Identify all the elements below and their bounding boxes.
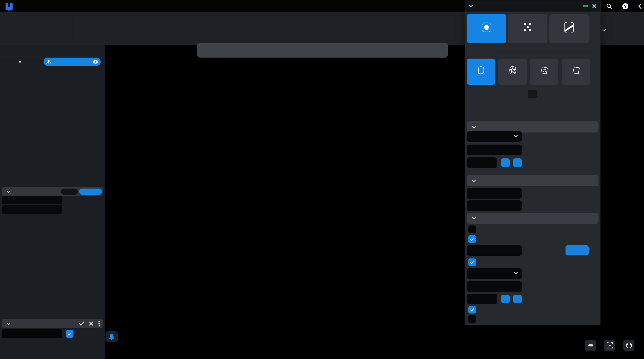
fill-all-icon <box>521 21 534 34</box>
mesh-object-icon <box>46 59 52 64</box>
cube-view-button[interactable] <box>623 340 634 351</box>
clip-plane-icon <box>587 342 594 349</box>
make-bridge-icon <box>563 21 575 34</box>
mouse-accuracy-field[interactable] <box>467 145 522 155</box>
subdivision-increase-button[interactable] <box>513 295 522 303</box>
chevron-down-icon[interactable] <box>469 5 473 7</box>
advanced-section-header[interactable] <box>467 213 598 224</box>
ruler-tick-0 <box>106 348 109 348</box>
cube-view-icon <box>626 342 632 349</box>
ruler-tick-50 <box>205 348 209 348</box>
fill-type-natural[interactable] <box>498 59 527 85</box>
subdivision-decrease-button[interactable] <box>501 295 510 303</box>
metric-dropdown[interactable] <box>467 268 522 279</box>
viewport-toolbar <box>197 43 448 58</box>
chevron-down-icon <box>472 126 476 128</box>
basic-patch-icon <box>539 65 549 76</box>
border-line-width-field[interactable] <box>467 157 497 168</box>
chevron-down-icon <box>7 322 11 325</box>
chevron-down-icon <box>514 272 518 274</box>
ribbon-separator <box>612 15 612 43</box>
uni-scale-checkbox[interactable] <box>66 330 73 338</box>
check-icon <box>470 260 474 264</box>
fit-expand-icon <box>607 342 613 349</box>
apply-check-icon[interactable] <box>79 321 84 326</box>
fill-holes-panel-header <box>465 0 600 12</box>
fill-holes-panel <box>465 0 600 325</box>
uniform-scale-field[interactable] <box>2 329 62 338</box>
object-bullet <box>19 61 21 63</box>
border-width-decrease-button[interactable] <box>501 158 510 167</box>
mode-fill-single[interactable] <box>467 14 506 43</box>
mode-make-bridge[interactable] <box>549 14 589 43</box>
ruler-tick-25 <box>155 348 158 348</box>
chevron-down-icon <box>7 190 11 193</box>
check-icon <box>470 308 474 311</box>
close-icon[interactable] <box>592 4 597 8</box>
smooth-boundary-checkbox[interactable] <box>468 235 476 243</box>
edge-metric-priority-field[interactable] <box>467 281 522 292</box>
tab-world[interactable] <box>61 189 78 195</box>
fill-type-basic[interactable] <box>530 59 558 85</box>
fit-expand-button[interactable] <box>604 340 615 351</box>
tags-field[interactable] <box>2 205 62 214</box>
hole-area-field <box>467 200 522 211</box>
chevron-down-icon <box>472 217 476 219</box>
help-badge[interactable] <box>583 5 588 7</box>
smooth-curvature-checkbox[interactable] <box>468 258 476 266</box>
scene-sidebar <box>0 45 105 359</box>
clip-plane-button[interactable] <box>585 340 596 351</box>
check-icon <box>470 237 474 241</box>
eye-icon[interactable] <box>93 60 99 64</box>
check-icon <box>67 332 72 336</box>
smooth-patch-icon <box>476 65 486 76</box>
scene-object-item[interactable] <box>44 58 101 66</box>
triangulate-only-checkbox[interactable] <box>468 226 476 233</box>
balanced-weights-checkbox[interactable] <box>468 306 476 313</box>
tab-local[interactable] <box>79 189 102 195</box>
border-width-increase-button[interactable] <box>513 158 522 167</box>
clipped-ribbon-tool[interactable] <box>601 29 606 31</box>
chevron-down-icon <box>602 29 606 31</box>
chevron-down-icon <box>472 180 476 182</box>
chevron-down-icon <box>514 135 518 137</box>
mode-fill-all[interactable] <box>508 14 547 43</box>
natural-smooth-checkbox[interactable] <box>468 315 476 323</box>
scale-ruler <box>107 355 230 358</box>
holes-count-badge <box>528 90 537 98</box>
fill-type-flat[interactable] <box>562 59 590 85</box>
natural-patch-icon <box>507 65 518 76</box>
max-polygon-subdivision-field[interactable] <box>467 294 497 304</box>
hole-perimeter-field <box>467 188 522 199</box>
transform-panel-header[interactable] <box>2 319 103 328</box>
collapse-panel-icon[interactable] <box>636 2 643 10</box>
notification-bell-button[interactable] <box>106 331 118 342</box>
search-icon[interactable] <box>605 2 614 10</box>
fill-type-smooth[interactable] <box>467 59 495 85</box>
metrics-section-header[interactable] <box>467 175 598 186</box>
divider <box>490 51 598 51</box>
svg-text:?: ? <box>624 4 627 9</box>
more-kebab-icon[interactable] <box>98 321 100 327</box>
help-icon[interactable]: ? <box>621 2 630 10</box>
ribbon-separator <box>144 15 144 43</box>
max-edge-length-field[interactable] <box>467 245 522 256</box>
object-name-field[interactable] <box>2 196 62 204</box>
select-hole-by-dropdown[interactable] <box>467 131 522 142</box>
flat-patch-icon <box>571 65 581 76</box>
control-section-header[interactable] <box>467 121 598 132</box>
avg-button[interactable] <box>566 245 589 255</box>
fill-single-icon <box>480 21 493 34</box>
cancel-x-icon[interactable] <box>89 321 93 326</box>
app-logo <box>4 2 15 10</box>
ribbon-separator <box>73 15 73 43</box>
bell-icon <box>109 334 115 340</box>
